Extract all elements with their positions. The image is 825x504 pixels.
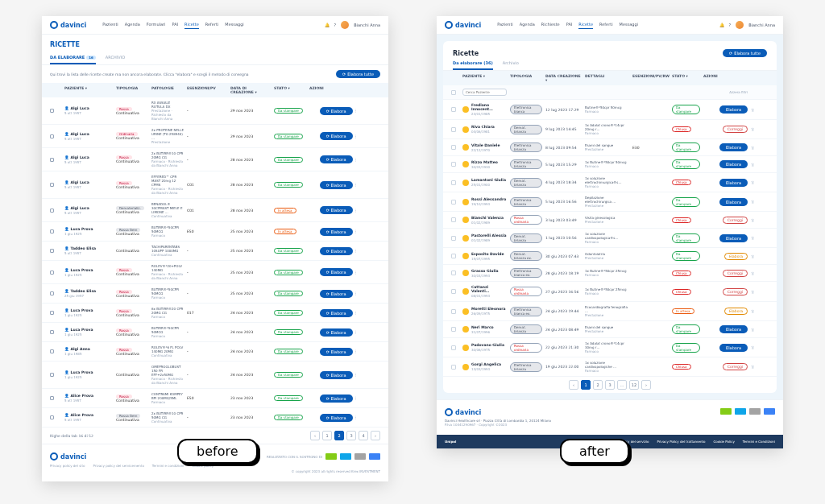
row-checkbox[interactable]: [451, 127, 456, 132]
more-icon[interactable]: ⋮: [354, 373, 359, 377]
process-button[interactable]: ⟳ Elabora: [320, 290, 353, 298]
row-checkbox[interactable]: [451, 145, 456, 150]
page-button[interactable]: 12: [629, 380, 639, 390]
more-icon[interactable]: ⋮: [354, 109, 359, 113]
process-all-button[interactable]: ⟳ Elabora tutte: [723, 49, 767, 57]
footer-link[interactable]: Privacy policy del servicemento: [93, 464, 143, 468]
tab-archive[interactable]: ARCHIVIO: [106, 55, 125, 64]
more-icon[interactable]: ⋮: [354, 134, 359, 138]
action-button[interactable]: Correggi: [723, 288, 748, 295]
process-button[interactable]: ⟳ Elabora: [320, 247, 353, 255]
action-button[interactable]: Elabora: [719, 325, 748, 333]
delete-icon[interactable]: 🗑: [751, 345, 759, 349]
action-button[interactable]: Elabora: [719, 344, 748, 352]
process-button[interactable]: ⟳ Elabora: [320, 395, 353, 403]
nav-item[interactable]: Messaggi: [225, 22, 243, 29]
footer-link[interactable]: Cookie policy: [192, 464, 214, 468]
process-button[interactable]: ⟳ Elabora: [320, 371, 353, 379]
action-button[interactable]: Elabora: [724, 253, 748, 260]
page-button[interactable]: 1: [581, 380, 591, 390]
avatar[interactable]: [341, 21, 349, 29]
more-icon[interactable]: ⋮: [354, 330, 359, 334]
process-button[interactable]: ⟳ Elabora: [320, 328, 353, 337]
page-button[interactable]: …: [617, 380, 627, 390]
process-all-button[interactable]: ⟳ Elabora tutte: [336, 70, 380, 78]
process-button[interactable]: ⟳ Elabora: [320, 414, 353, 422]
nav-item[interactable]: Pazienti: [497, 22, 512, 29]
more-icon[interactable]: ⋮: [354, 291, 359, 295]
nav-item[interactable]: Referti: [205, 22, 219, 29]
process-button[interactable]: ⟳ Elabora: [320, 181, 353, 189]
footer-link[interactable]: Termini e condizioni: [152, 464, 184, 468]
action-button[interactable]: Correggi: [723, 363, 748, 370]
help-icon[interactable]: ?: [334, 23, 337, 27]
clear-filters[interactable]: Azzera filtri: [703, 90, 748, 94]
row-checkbox[interactable]: [451, 309, 456, 314]
delete-icon[interactable]: 🗑: [751, 200, 759, 204]
more-icon[interactable]: ⋮: [354, 183, 359, 187]
delete-icon[interactable]: 🗑: [751, 271, 759, 275]
nav-item[interactable]: PAI: [172, 22, 178, 29]
row-checkbox[interactable]: [451, 217, 456, 222]
row-checkbox[interactable]: [451, 365, 456, 370]
row-checkbox[interactable]: [451, 254, 456, 258]
action-button[interactable]: Elabora: [719, 198, 748, 206]
process-button[interactable]: ⟳ Elabora: [320, 228, 353, 236]
delete-icon[interactable]: 🗑: [751, 290, 759, 294]
row-checkbox[interactable]: [451, 180, 456, 185]
tab-to-process[interactable]: Da elaborare (36): [453, 60, 493, 70]
nav-item[interactable]: Agenda: [125, 22, 140, 29]
action-button[interactable]: Elabora: [719, 179, 748, 187]
action-button[interactable]: Elabora: [724, 308, 748, 315]
action-button[interactable]: Elabora: [719, 105, 748, 114]
row-checkbox[interactable]: [451, 271, 456, 275]
more-icon[interactable]: ⋮: [354, 209, 359, 213]
page-button[interactable]: ›: [641, 380, 651, 390]
select-all-checkbox[interactable]: [451, 90, 456, 95]
nav-item[interactable]: PAI: [566, 22, 573, 29]
page-button[interactable]: 3: [346, 431, 356, 440]
process-button[interactable]: ⟳ Elabora: [320, 348, 353, 356]
bell-icon[interactable]: 🔔: [325, 23, 330, 27]
action-button[interactable]: Correggi: [723, 217, 748, 224]
process-button[interactable]: ⟳ Elabora: [320, 206, 353, 214]
page-button[interactable]: 2: [593, 380, 603, 390]
process-button[interactable]: ⟳ Elabora: [320, 155, 353, 163]
delete-icon[interactable]: 🗑: [751, 254, 759, 258]
footer-link[interactable]: Termini e Condizioni: [743, 440, 775, 444]
row-checkbox[interactable]: [451, 327, 456, 332]
process-button[interactable]: ⟳ Elabora: [320, 268, 353, 276]
delete-icon[interactable]: 🗑: [751, 180, 759, 184]
row-checkbox[interactable]: [451, 345, 456, 350]
help-icon[interactable]: ?: [729, 23, 732, 27]
delete-icon[interactable]: 🗑: [751, 108, 759, 112]
more-icon[interactable]: ⋮: [354, 415, 359, 419]
nav-item[interactable]: Ricette: [578, 22, 593, 29]
nav-item[interactable]: Richieste: [541, 22, 560, 29]
page-button[interactable]: 3: [605, 380, 615, 390]
delete-icon[interactable]: 🗑: [751, 218, 759, 222]
search-input[interactable]: [462, 89, 507, 96]
bell-icon[interactable]: 🔔: [719, 23, 724, 27]
nav-item[interactable]: Messaggi: [620, 22, 638, 29]
action-button[interactable]: Elabora: [719, 160, 748, 168]
delete-icon[interactable]: 🗑: [751, 309, 759, 313]
action-button[interactable]: Correggi: [723, 270, 748, 277]
nav-item[interactable]: Agenda: [520, 22, 535, 29]
more-icon[interactable]: ⋮: [354, 271, 359, 275]
delete-icon[interactable]: 🗑: [751, 328, 759, 332]
nav-item[interactable]: Ricette: [184, 22, 199, 29]
delete-icon[interactable]: 🗑: [751, 127, 759, 131]
more-icon[interactable]: ⋮: [354, 396, 359, 400]
page-button[interactable]: ‹: [569, 380, 578, 390]
footer-link[interactable]: Cookie Policy: [713, 440, 734, 444]
delete-icon[interactable]: 🗑: [751, 146, 759, 150]
more-icon[interactable]: ⋮: [354, 311, 359, 315]
tab-archive[interactable]: Archivio: [503, 60, 519, 70]
row-checkbox[interactable]: [451, 236, 456, 241]
page-button[interactable]: 1: [322, 431, 332, 440]
footer-link[interactable]: Privacy Policy del trattamento: [657, 440, 705, 444]
nav-item[interactable]: Formulari: [147, 22, 166, 29]
process-button[interactable]: ⟳ Elabora: [320, 107, 353, 115]
delete-icon[interactable]: 🗑: [751, 236, 759, 240]
